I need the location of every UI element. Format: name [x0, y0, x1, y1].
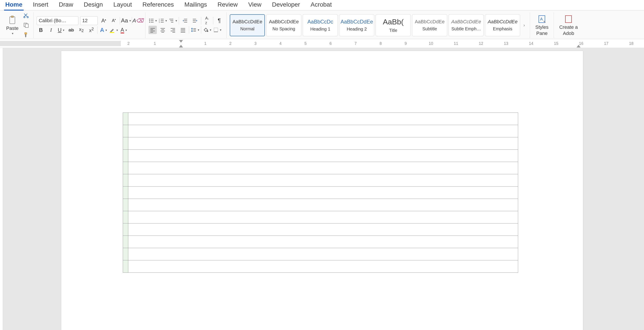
table-cell[interactable]: [123, 236, 128, 248]
create-adobe-button[interactable]: Create a Adob: [557, 14, 580, 37]
table-cell[interactable]: [123, 224, 128, 236]
subscript-button[interactable]: x2: [77, 26, 86, 34]
sort-button[interactable]: A↓Z: [203, 16, 211, 25]
styles-pane-button[interactable]: A Styles Pane: [533, 14, 551, 37]
table-row[interactable]: [123, 211, 518, 224]
table-cell[interactable]: [128, 113, 518, 125]
document-canvas[interactable]: [0, 48, 644, 330]
style-normal[interactable]: AaBbCcDdEe Normal: [230, 14, 265, 36]
align-right-button[interactable]: [169, 26, 177, 34]
multilevel-list-button[interactable]: ▾: [169, 16, 177, 25]
table-cell[interactable]: [123, 150, 128, 162]
style-no-spacing[interactable]: AaBbCcDdEe No Spacing: [266, 14, 301, 36]
paste-button[interactable]: Paste ▾: [4, 12, 21, 39]
font-size-combo[interactable]: [80, 16, 98, 25]
table-cell[interactable]: [123, 186, 128, 199]
increase-indent-button[interactable]: [191, 16, 199, 25]
table-cell[interactable]: [123, 113, 128, 125]
table-cell[interactable]: [128, 174, 518, 186]
table-row[interactable]: [123, 162, 518, 174]
italic-button[interactable]: I: [47, 26, 55, 34]
table-cell[interactable]: [128, 224, 518, 236]
tab-design[interactable]: Design: [78, 0, 108, 10]
font-color-button[interactable]: A ▾: [120, 26, 128, 34]
table-row[interactable]: [123, 125, 518, 137]
styles-scroll-right[interactable]: ›: [522, 23, 527, 28]
table-row[interactable]: [123, 174, 518, 186]
text-effects-button[interactable]: A ▾: [99, 26, 108, 34]
table-cell[interactable]: [128, 150, 518, 162]
tab-insert[interactable]: Insert: [28, 0, 54, 10]
grow-font-button[interactable]: A▴: [100, 16, 108, 25]
shading-button[interactable]: ▾: [203, 26, 211, 34]
align-center-button[interactable]: [158, 26, 167, 34]
tab-review[interactable]: Review: [212, 0, 243, 10]
table-cell[interactable]: [128, 162, 518, 174]
tab-view[interactable]: View: [243, 0, 267, 10]
table-cell[interactable]: [123, 211, 128, 224]
table-cell[interactable]: [123, 125, 128, 137]
table-cell[interactable]: [128, 211, 518, 224]
font-name-combo[interactable]: [37, 16, 78, 25]
numbering-button[interactable]: 123▾: [158, 16, 167, 25]
table-cell[interactable]: [128, 199, 518, 211]
table-row[interactable]: [123, 137, 518, 150]
style-heading-1[interactable]: AaBbCcDc Heading 1: [303, 14, 338, 36]
horizontal-ruler[interactable]: 2 1 1 2 3 4 5 6 7 8 9 10 11 12 13 14 15 …: [0, 39, 644, 48]
justify-button[interactable]: [179, 26, 187, 34]
table-cell[interactable]: [123, 162, 128, 174]
table-row[interactable]: [123, 248, 518, 260]
decrease-indent-button[interactable]: [181, 16, 189, 25]
ruler-number: 14: [529, 41, 533, 46]
style-emphasis[interactable]: AaBbCcDdEe Emphasis: [485, 14, 520, 36]
tab-references[interactable]: References: [137, 0, 179, 10]
document-table[interactable]: [123, 112, 518, 273]
clear-formatting-button[interactable]: A⌫: [134, 16, 142, 25]
bullets-button[interactable]: ▾: [148, 16, 157, 25]
table-row[interactable]: [123, 113, 518, 125]
table-cell[interactable]: [123, 199, 128, 211]
table-cell[interactable]: [123, 248, 128, 260]
highlight-button[interactable]: ▾: [110, 26, 118, 34]
table-cell[interactable]: [128, 260, 518, 273]
style-heading-2[interactable]: AaBbCcDdEe Heading 2: [339, 14, 374, 36]
underline-button[interactable]: U▾: [57, 26, 65, 34]
table-cell[interactable]: [128, 236, 518, 248]
superscript-button[interactable]: x2: [87, 26, 96, 34]
svg-rect-14: [161, 19, 164, 19]
table-cell[interactable]: [128, 137, 518, 150]
show-marks-button[interactable]: ¶: [215, 16, 224, 25]
table-row[interactable]: [123, 260, 518, 273]
strikethrough-button[interactable]: ab: [67, 26, 75, 34]
table-row[interactable]: [123, 186, 518, 199]
table-cell[interactable]: [128, 248, 518, 260]
tab-layout[interactable]: Layout: [108, 0, 137, 10]
table-row[interactable]: [123, 236, 518, 248]
table-row[interactable]: [123, 224, 518, 236]
copy-button[interactable]: [22, 21, 30, 30]
change-case-button[interactable]: Aa ▾: [122, 16, 130, 25]
style-title[interactable]: AaBb( Title: [376, 14, 411, 36]
shrink-font-button[interactable]: A▾: [110, 16, 118, 25]
borders-button[interactable]: ▾: [213, 26, 222, 34]
tab-mailings[interactable]: Mailings: [179, 0, 212, 10]
table-cell[interactable]: [123, 260, 128, 273]
format-painter-button[interactable]: [22, 31, 30, 39]
line-spacing-button[interactable]: ▾: [191, 26, 199, 34]
cut-button[interactable]: [22, 12, 30, 20]
tab-home[interactable]: Home: [0, 0, 28, 10]
style-subtle-emphasis[interactable]: AaBbCcDdEe Subtle Emph…: [448, 14, 484, 36]
tab-draw[interactable]: Draw: [54, 0, 78, 10]
table-cell[interactable]: [123, 174, 128, 186]
tab-developer[interactable]: Developer: [267, 0, 305, 10]
tab-acrobat[interactable]: Acrobat: [305, 0, 337, 10]
page-1[interactable]: [61, 51, 583, 330]
table-cell[interactable]: [128, 125, 518, 137]
style-subtitle[interactable]: AaBbCcDdEe Subtitle: [412, 14, 447, 36]
table-row[interactable]: [123, 199, 518, 211]
table-cell[interactable]: [123, 137, 128, 150]
align-left-button[interactable]: [148, 26, 157, 34]
bold-button[interactable]: B: [37, 26, 45, 34]
table-row[interactable]: [123, 150, 518, 162]
table-cell[interactable]: [128, 186, 518, 199]
